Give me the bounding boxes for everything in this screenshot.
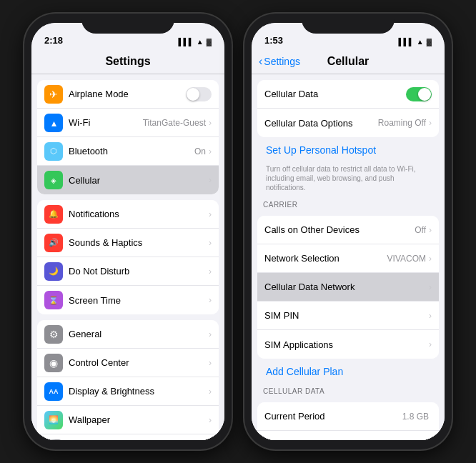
cellular-settings-list: Cellular Data Cellular Data Options Roam… <box>252 80 445 440</box>
display-icon: AA <box>44 382 63 401</box>
cc-chevron: › <box>209 358 212 368</box>
settings-list: ✈ Airplane Mode ▴ Wi-Fi TitanGate-Guest … <box>31 80 224 440</box>
group-notifications: 🔔 Notifications › 🔊 Sounds & Haptics › 🌙… <box>37 200 219 314</box>
screentime-label: Screen Time <box>69 295 209 306</box>
general-icon: ⚙ <box>44 325 63 344</box>
cdn-chevron: › <box>429 282 432 292</box>
row-display[interactable]: AA Display & Brightness › <box>37 377 219 406</box>
row-wifi[interactable]: ▴ Wi-Fi TitanGate-Guest › <box>37 109 219 137</box>
network-chevron: › <box>429 254 432 264</box>
row-calls-other[interactable]: Calls on Other Devices Off › <box>257 216 439 244</box>
group-carrier: Calls on Other Devices Off › Network Sel… <box>257 216 439 359</box>
battery-icon: ▓ <box>207 38 212 46</box>
signal-icon: ▌▌▌ <box>179 38 194 46</box>
phone-cellular: 1:53 ▌▌▌ ▲ ▓ ‹ Settings Cellular Cellula… <box>244 14 452 449</box>
hotspot-info: Turn off cellular data to restrict all d… <box>257 161 439 196</box>
back-label: Settings <box>264 56 300 67</box>
current-period-roaming-value: 0 bytes <box>401 440 429 441</box>
status-icons2: ▌▌▌ ▲ ▓ <box>399 38 432 46</box>
airplane-icon: ✈ <box>44 85 63 104</box>
cellular-data-toggle[interactable] <box>406 87 432 101</box>
status-icons: ▌▌▌ ▲ ▓ <box>179 38 212 46</box>
cellular-data-network-label: Cellular Data Network <box>264 282 429 292</box>
notch2 <box>302 14 395 34</box>
group-connectivity: ✈ Airplane Mode ▴ Wi-Fi TitanGate-Guest … <box>37 80 219 194</box>
current-period-value: 1.8 GB <box>402 412 429 422</box>
dnd-chevron: › <box>209 267 212 277</box>
dnd-icon: 🌙 <box>44 262 63 281</box>
row-notifications[interactable]: 🔔 Notifications › <box>37 200 219 229</box>
phone-settings: 2:18 ▌▌▌ ▲ ▓ Settings ✈ Airplane Mode <box>24 14 232 449</box>
row-general[interactable]: ⚙ General › <box>37 320 219 349</box>
siri-icon: ◎ <box>44 439 63 441</box>
row-wallpaper[interactable]: 🌅 Wallpaper › <box>37 406 219 434</box>
screen: 2:18 ▌▌▌ ▲ ▓ Settings ✈ Airplane Mode <box>31 23 224 440</box>
cellular-icon: ◈ <box>44 171 63 189</box>
row-current-period: Current Period 1.8 GB <box>257 402 439 431</box>
sim-pin-chevron: › <box>429 311 432 321</box>
airplane-toggle[interactable] <box>186 87 212 101</box>
wifi-icon: ▴ <box>44 114 63 132</box>
row-bluetooth[interactable]: ⬡ Bluetooth On › <box>37 137 219 166</box>
nav-bar: Settings <box>31 49 224 74</box>
row-screentime[interactable]: ⌛ Screen Time › <box>37 286 219 314</box>
row-cellular[interactable]: ◈ Cellular › <box>37 166 219 194</box>
calls-other-label: Calls on Other Devices <box>264 224 415 235</box>
row-sounds[interactable]: 🔊 Sounds & Haptics › <box>37 229 219 257</box>
row-network-selection[interactable]: Network Selection VIVACOM › <box>257 244 439 273</box>
cellular-options-label: Cellular Data Options <box>264 118 378 129</box>
sim-pin-label: SIM PIN <box>264 310 429 321</box>
row-sim-pin[interactable]: SIM PIN › <box>257 302 439 330</box>
calls-chevron: › <box>429 225 432 235</box>
hotspot-link[interactable]: Set Up Personal Hotspot <box>257 139 439 161</box>
network-selection-value: VIVACOM <box>387 254 426 264</box>
current-period-roaming-label: Current Period Roaming <box>264 439 401 440</box>
status-time: 2:18 <box>44 35 63 46</box>
hotspot-section: Set Up Personal Hotspot Turn off cellula… <box>252 137 445 196</box>
add-cellular-section: Add Cellular Plan <box>252 359 445 383</box>
screentime-icon: ⌛ <box>44 291 63 309</box>
status-time2: 1:53 <box>264 35 283 46</box>
scroll-content: ✈ Airplane Mode ▴ Wi-Fi TitanGate-Guest … <box>31 74 224 440</box>
add-cellular-link[interactable]: Add Cellular Plan <box>257 360 439 383</box>
group-usage: Current Period 1.8 GB Current Period Roa… <box>257 402 439 440</box>
cellular-label: Cellular <box>69 175 209 186</box>
notif-chevron: › <box>209 209 212 219</box>
cellular-data-section-label: CELLULAR DATA <box>252 383 445 397</box>
airplane-label: Airplane Mode <box>69 89 186 99</box>
cellular-data-label: Cellular Data <box>264 89 406 99</box>
row-siri[interactable]: ◎ Siri & Search › <box>37 434 219 440</box>
sounds-icon: 🔊 <box>44 234 63 252</box>
row-current-period-roaming: Current Period Roaming 0 bytes <box>257 431 439 440</box>
cc-label: Control Center <box>69 357 209 368</box>
row-cellular-data[interactable]: Cellular Data <box>257 80 439 109</box>
notifications-icon: 🔔 <box>44 205 63 224</box>
bluetooth-chevron: › <box>209 146 212 156</box>
wifi-icon2: ▲ <box>417 38 424 46</box>
display-chevron: › <box>209 387 212 397</box>
wifi-label: Wi-Fi <box>69 117 143 128</box>
row-cc[interactable]: ◉ Control Center › <box>37 349 219 377</box>
cellular-chevron: › <box>209 175 212 185</box>
bluetooth-icon: ⬡ <box>44 142 63 161</box>
screentime-chevron: › <box>209 295 212 305</box>
wallpaper-icon: 🌅 <box>44 411 63 429</box>
wallpaper-label: Wallpaper <box>69 414 209 425</box>
row-airplane[interactable]: ✈ Airplane Mode <box>37 80 219 109</box>
row-cellular-data-network[interactable]: Cellular Data Network › <box>257 273 439 302</box>
sim-apps-chevron: › <box>429 339 432 349</box>
row-cellular-data-options[interactable]: Cellular Data Options Roaming Off › <box>257 109 439 137</box>
group-cellular-main: Cellular Data Cellular Data Options Roam… <box>257 80 439 137</box>
bluetooth-value: On <box>194 146 206 156</box>
cc-icon: ◉ <box>44 354 63 372</box>
carrier-section-label: CARRIER <box>252 196 445 210</box>
battery-icon2: ▓ <box>427 38 432 46</box>
signal-icon2: ▌▌▌ <box>399 38 414 46</box>
notch <box>81 14 174 34</box>
dnd-label: Do Not Disturb <box>69 266 209 277</box>
nav-back[interactable]: ‹ Settings <box>259 55 300 68</box>
row-sim-apps[interactable]: SIM Applications › <box>257 330 439 359</box>
network-selection-label: Network Selection <box>264 253 387 264</box>
bluetooth-label: Bluetooth <box>69 146 194 156</box>
row-dnd[interactable]: 🌙 Do Not Disturb › <box>37 257 219 286</box>
